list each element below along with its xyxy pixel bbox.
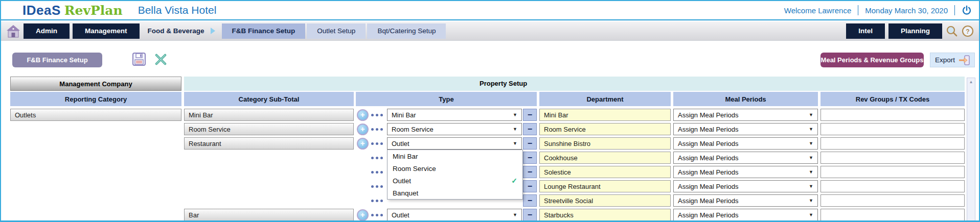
search-icon[interactable]: [946, 25, 958, 37]
date-text: Monday March 30, 2020: [865, 6, 948, 15]
col-header-reporting-category: Reporting Category: [10, 92, 181, 106]
rev-groups-input[interactable]: [821, 152, 965, 164]
page-title-button[interactable]: F&B Finance Setup: [12, 53, 102, 67]
export-label: Export: [935, 56, 955, 64]
help-icon[interactable]: ?: [962, 25, 974, 37]
department-input[interactable]: Lounge Restaurant: [539, 180, 671, 192]
add-row-button[interactable]: +: [357, 124, 369, 135]
remove-row-button[interactable]: −: [523, 166, 537, 178]
meal-periods-revenue-groups-button[interactable]: Meal Periods & Revenue Groups: [821, 53, 924, 67]
fb-finance-table: Management Company Property Setup Report…: [10, 77, 965, 221]
col-header-category-subtotal: Category Sub-Total: [184, 92, 354, 106]
meal-periods-select[interactable]: Assign Meal Periods▼: [673, 123, 818, 135]
table-row: Outlets Mini Bar + Mini Bar▼ − Mini Bar …: [10, 109, 965, 121]
cancel-icon[interactable]: [155, 54, 167, 67]
rev-groups-input[interactable]: [821, 194, 965, 207]
more-options-icon[interactable]: [371, 123, 383, 135]
home-icon[interactable]: [6, 24, 20, 38]
nav-admin-button[interactable]: Admin: [24, 23, 70, 39]
remove-row-button[interactable]: −: [523, 137, 537, 150]
rev-groups-input[interactable]: [821, 180, 965, 192]
category-subtotal-cell: Mini Bar: [184, 109, 354, 121]
tab-bqt-catering-setup[interactable]: Bqt/Catering Setup: [367, 23, 446, 39]
save-icon[interactable]: [132, 52, 146, 68]
type-dropdown-list: Mini Bar Room Service Outlet ✓ Banquet: [387, 150, 523, 200]
type-select[interactable]: Room Service▼: [387, 123, 522, 135]
rev-groups-input[interactable]: [821, 137, 965, 150]
col-header-type: Type: [356, 92, 537, 106]
type-select-open[interactable]: Outlet▼: [387, 137, 522, 150]
col-header-rev-groups: Rev Groups / TX Codes: [821, 92, 965, 106]
rev-groups-input[interactable]: [821, 209, 965, 221]
remove-row-button[interactable]: −: [523, 180, 537, 192]
rev-groups-input[interactable]: [821, 123, 965, 135]
department-input[interactable]: Sunshine Bistro: [539, 137, 671, 150]
meal-periods-select[interactable]: Assign Meal Periods▼: [673, 109, 818, 121]
top-bar: IDeaS RevPlan Bella Vista Hotel Welcome …: [1, 1, 979, 20]
management-company-header: Management Company: [10, 77, 181, 91]
welcome-text: Welcome Lawrence: [784, 6, 851, 15]
table-row: Room Service + Room Service▼ − Room Serv…: [10, 123, 965, 135]
table-row: Restaurant + Outlet▼ − Sunshine Bistro A…: [10, 137, 965, 150]
nav-intel-button[interactable]: Intel: [846, 23, 885, 39]
add-row-button[interactable]: +: [357, 138, 369, 150]
vertical-scrollbar[interactable]: ▲: [967, 78, 975, 221]
rev-groups-input[interactable]: [821, 109, 965, 121]
nav-bar: Admin Management Food & Beverage F&B Fin…: [1, 21, 979, 41]
breadcrumb: Food & Beverage: [148, 27, 204, 35]
category-subtotal-cell: Room Service: [184, 123, 354, 135]
svg-text:?: ?: [966, 28, 969, 35]
department-input[interactable]: Starbucks: [539, 209, 671, 221]
col-header-meal-periods: Meal Periods: [673, 92, 818, 106]
reporting-category-cell: Outlets: [10, 109, 181, 121]
breadcrumb-arrow-icon: [211, 28, 215, 34]
tab-outlet-setup[interactable]: Outlet Setup: [307, 23, 366, 39]
meal-periods-select[interactable]: Assign Meal Periods▼: [673, 194, 818, 207]
nav-management-button[interactable]: Management: [73, 23, 140, 39]
dropdown-option-room-service[interactable]: Room Service: [388, 162, 522, 175]
nav-planning-button[interactable]: Planning: [888, 23, 942, 39]
hotel-name: Bella Vista Hotel: [138, 4, 217, 16]
meal-periods-select[interactable]: Assign Meal Periods▼: [673, 209, 818, 221]
more-options-icon[interactable]: [371, 152, 383, 164]
remove-row-button[interactable]: −: [523, 209, 537, 221]
more-options-icon[interactable]: [371, 166, 383, 178]
more-options-icon[interactable]: [371, 109, 383, 121]
remove-row-button[interactable]: −: [523, 123, 537, 135]
type-select[interactable]: Outlet▼: [387, 209, 522, 221]
add-row-button[interactable]: +: [357, 209, 369, 221]
remove-row-button[interactable]: −: [523, 194, 537, 207]
department-input[interactable]: Solestice: [539, 166, 671, 178]
dropdown-option-banquet[interactable]: Banquet: [388, 187, 522, 199]
remove-row-button[interactable]: −: [523, 109, 537, 121]
tab-fb-finance-setup[interactable]: F&B Finance Setup: [222, 23, 306, 39]
dropdown-option-outlet-selected[interactable]: Outlet ✓: [388, 175, 522, 187]
meal-periods-select[interactable]: Assign Meal Periods▼: [673, 180, 818, 192]
department-input[interactable]: Room Service: [539, 123, 671, 135]
add-row-button[interactable]: +: [357, 109, 369, 121]
check-icon: ✓: [511, 177, 517, 185]
more-options-icon[interactable]: [371, 137, 383, 150]
more-options-icon[interactable]: [371, 209, 383, 221]
remove-row-button[interactable]: −: [523, 152, 537, 164]
power-icon[interactable]: [962, 5, 972, 15]
category-subtotal-cell: Restaurant: [184, 137, 354, 150]
more-options-icon[interactable]: [371, 194, 383, 207]
separator: [858, 5, 858, 15]
meal-periods-select[interactable]: Assign Meal Periods▼: [673, 152, 818, 164]
meal-periods-select[interactable]: Assign Meal Periods▼: [673, 166, 818, 178]
export-arrow-icon: [959, 55, 970, 65]
more-options-icon[interactable]: [371, 180, 383, 192]
category-subtotal-cell: Bar: [184, 209, 354, 221]
table-row: Bar + Outlet▼ − Starbucks Assign Meal Pe…: [10, 209, 965, 221]
department-input[interactable]: Streetville Social: [539, 194, 671, 207]
type-select[interactable]: Mini Bar▼: [387, 109, 522, 121]
export-button[interactable]: Export: [930, 53, 975, 67]
scroll-up-icon[interactable]: ▲: [967, 78, 975, 84]
rev-groups-input[interactable]: [821, 166, 965, 178]
department-input[interactable]: Mini Bar: [539, 109, 671, 121]
department-input[interactable]: Cookhouse: [539, 152, 671, 164]
meal-periods-select[interactable]: Assign Meal Periods▼: [673, 137, 818, 150]
dropdown-option-mini-bar[interactable]: Mini Bar: [388, 150, 522, 162]
revplan-logo: RevPlan: [64, 3, 123, 18]
